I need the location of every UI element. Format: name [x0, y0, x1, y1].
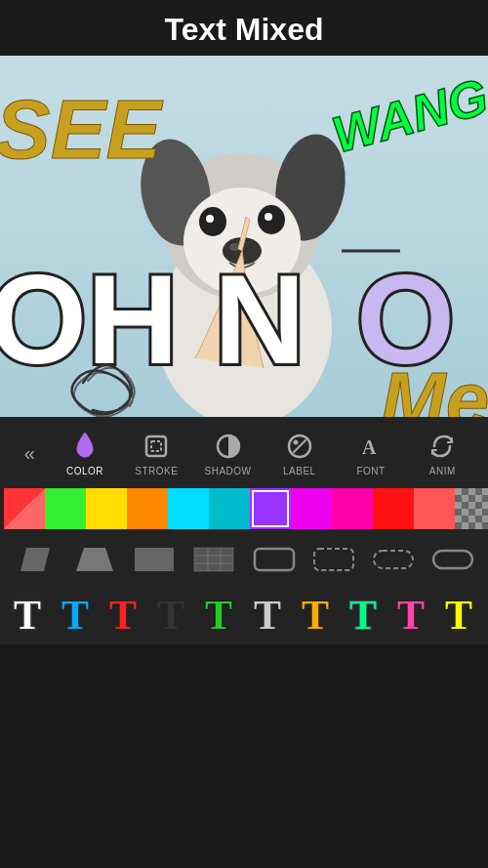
anim-label: ANIM — [429, 466, 456, 476]
tab-label[interactable]: LABEL — [270, 431, 329, 476]
font-label: FONT — [356, 466, 385, 476]
color-swatch-magenta[interactable] — [291, 488, 332, 529]
color-label: COLOR — [66, 466, 103, 476]
color-palette — [0, 482, 488, 535]
tool-tabs: « COLOR STROKE — [0, 425, 488, 482]
text-style-red[interactable]: T — [102, 590, 146, 635]
svg-point-8 — [258, 205, 285, 234]
svg-rect-35 — [433, 551, 472, 568]
label-label: LABEL — [283, 466, 316, 476]
tab-stroke[interactable]: STROKE — [127, 431, 185, 476]
text-style-row: T T T T T T — [0, 584, 488, 641]
shape-pill[interactable] — [428, 541, 477, 578]
color-swatch-teal[interactable] — [209, 488, 250, 529]
shape-rounded-rect-dash[interactable] — [309, 541, 358, 578]
text-style-gray[interactable]: T — [246, 590, 291, 635]
svg-text:SEE: SEE — [0, 83, 163, 176]
color-swatch-cyan[interactable] — [168, 488, 209, 529]
svg-rect-18 — [146, 436, 166, 456]
color-swatch-yellow[interactable] — [86, 488, 127, 529]
page-title: Text Mixed — [165, 12, 324, 47]
svg-rect-27 — [194, 548, 233, 571]
svg-text:T: T — [14, 593, 41, 635]
svg-text:T: T — [61, 593, 89, 635]
svg-text:T: T — [349, 593, 377, 635]
shape-parallelogram[interactable] — [11, 541, 60, 578]
svg-text:A: A — [362, 436, 377, 458]
svg-point-7 — [206, 215, 214, 223]
svg-rect-26 — [135, 548, 174, 571]
svg-text:T: T — [205, 593, 232, 635]
color-swatch-red[interactable] — [4, 488, 45, 529]
anim-icon — [427, 431, 458, 462]
shape-rectangle[interactable] — [130, 541, 179, 578]
color-swatch-pink[interactable] — [332, 488, 373, 529]
tab-font[interactable]: A FONT — [342, 431, 400, 476]
svg-point-6 — [199, 207, 226, 236]
svg-rect-19 — [151, 441, 161, 451]
color-swatch-green[interactable] — [45, 488, 86, 529]
svg-text:T: T — [254, 593, 281, 635]
text-style-white[interactable]: T — [6, 590, 51, 635]
tab-color[interactable]: COLOR — [56, 431, 114, 476]
text-style-orange[interactable]: T — [294, 590, 339, 635]
svg-text:T: T — [445, 593, 472, 635]
svg-text:T: T — [397, 593, 425, 635]
svg-rect-34 — [374, 551, 413, 568]
text-style-green[interactable]: T — [197, 590, 242, 635]
shape-trapezoid[interactable] — [70, 541, 119, 578]
svg-text:OH N: OH N — [0, 248, 305, 391]
svg-point-9 — [264, 213, 272, 221]
color-swatch-hotred[interactable] — [373, 488, 414, 529]
svg-text:T: T — [302, 593, 329, 635]
tab-anim[interactable]: ANIM — [413, 431, 471, 476]
stroke-label: STROKE — [135, 466, 178, 476]
svg-rect-33 — [314, 549, 353, 570]
label-icon — [284, 431, 315, 462]
color-swatch-orange[interactable] — [127, 488, 168, 529]
text-style-dark[interactable]: T — [149, 590, 194, 635]
text-style-mint[interactable]: T — [342, 590, 386, 635]
svg-marker-24 — [20, 548, 50, 571]
font-icon: A — [355, 431, 386, 462]
shape-row — [0, 535, 488, 584]
canvas-scene: SEE WANG OH N O Me — [0, 56, 488, 417]
text-style-yellow[interactable]: T — [437, 590, 482, 635]
svg-text:Me: Me — [381, 356, 488, 417]
text-style-hotpink[interactable]: T — [389, 590, 434, 635]
shape-grid[interactable] — [189, 541, 238, 578]
color-swatch-purple[interactable] — [250, 488, 291, 529]
svg-text:T: T — [157, 593, 184, 635]
header: Text Mixed — [0, 0, 488, 56]
color-icon — [69, 431, 101, 462]
shape-rounded-rect[interactable] — [250, 541, 299, 578]
shape-pill-dash[interactable] — [369, 541, 418, 578]
tab-shadow[interactable]: SHADOW — [199, 431, 258, 476]
color-swatch-checker[interactable] — [455, 488, 488, 529]
svg-point-22 — [293, 440, 298, 445]
svg-text:T: T — [109, 593, 137, 635]
shadow-label: SHADOW — [205, 466, 252, 476]
svg-marker-25 — [76, 548, 113, 571]
svg-rect-32 — [255, 549, 294, 570]
back-button[interactable]: « — [17, 438, 43, 469]
canvas-area: SEE WANG OH N O Me — [0, 56, 488, 417]
stroke-icon — [141, 431, 172, 462]
color-swatch-lightred[interactable] — [414, 488, 455, 529]
toolbar: « COLOR STROKE — [0, 417, 488, 644]
text-style-blue[interactable]: T — [54, 590, 99, 635]
shadow-icon — [213, 431, 244, 462]
